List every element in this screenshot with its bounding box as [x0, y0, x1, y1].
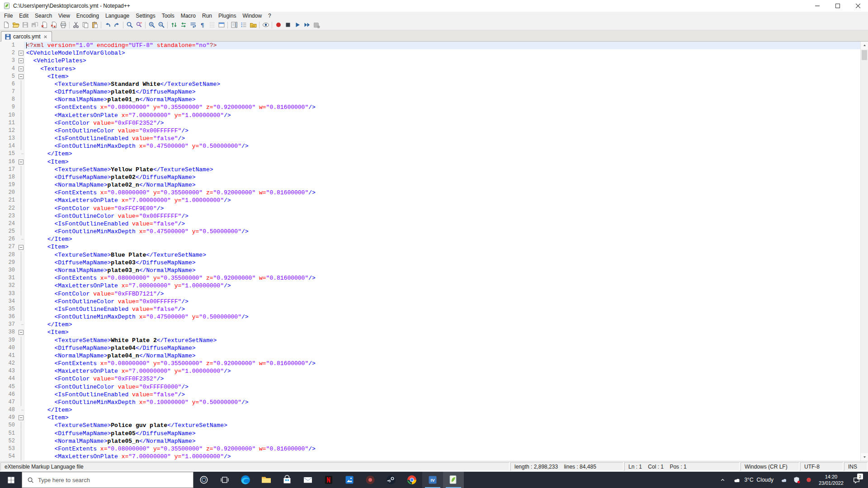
editor-line-3[interactable]: 3 <VehiclePlates>	[0, 57, 860, 65]
editor-line-51[interactable]: 51 <DiffuseMapName>plate05</DiffuseMapNa…	[0, 430, 860, 437]
taskbar-app-steam[interactable]	[381, 472, 401, 488]
editor-line-5[interactable]: 5 <Item>	[0, 73, 860, 80]
editor-line-31[interactable]: 31 <FontExtents x="0.08000000" y="0.3550…	[0, 274, 860, 282]
code-text[interactable]: </Item>	[24, 321, 860, 328]
editor-line-32[interactable]: 32 <MaxLettersOnPlate x="7.00000000" y="…	[0, 282, 860, 290]
print-button[interactable]	[58, 20, 68, 29]
menu-window[interactable]: Window	[239, 12, 265, 20]
editor-line-19[interactable]: 19 <NormalMapName>plate02_n</NormalMapNa…	[0, 181, 860, 189]
editor-line-10[interactable]: 10 <MaxLettersOnPlate x="7.00000000" y="…	[0, 112, 860, 119]
menu-help[interactable]: ?	[265, 12, 274, 20]
status-eol-format[interactable]: Windows (CR LF)	[741, 462, 799, 471]
editor-line-20[interactable]: 20 <FontExtents x="0.08000000" y="0.3550…	[0, 189, 860, 197]
editor-line-41[interactable]: 41 <NormalMapName>plate04_n</NormalMapNa…	[0, 352, 860, 360]
status-encoding[interactable]: UTF-8	[800, 462, 843, 471]
taskbar-app-microsoft-store[interactable]	[277, 472, 297, 488]
indent-guide-button[interactable]	[207, 20, 217, 29]
editor-line-43[interactable]: 43 <MaxLettersOnPlate x="7.00000000" y="…	[0, 367, 860, 375]
redo-button[interactable]	[112, 20, 122, 29]
zoom-out-button[interactable]	[156, 20, 166, 29]
undo-button[interactable]	[103, 20, 112, 29]
status-insert-mode[interactable]: INS	[844, 462, 868, 471]
code-text[interactable]: <FontOutlineMinMaxDepth x="0.47500000" y…	[24, 313, 860, 321]
editor-line-6[interactable]: 6 <TextureSetName>Standard White</Textur…	[0, 80, 860, 88]
menu-search[interactable]: Search	[32, 12, 55, 20]
editor-line-46[interactable]: 46 <IsFontOutlineEnabled value="false"/>	[0, 391, 860, 399]
scroll-up-arrow[interactable]	[861, 42, 868, 49]
macro-run-multiple-button[interactable]	[302, 20, 311, 29]
editor-line-9[interactable]: 9 <FontExtents x="0.08000000" y="0.35500…	[0, 103, 860, 111]
code-text[interactable]: <FontOutlineColor value="0x00FFFFFF"/>	[24, 212, 860, 220]
maximize-button[interactable]	[827, 0, 848, 12]
fold-collapse-button[interactable]	[18, 158, 24, 166]
editor-line-30[interactable]: 30 <NormalMapName>plate03_n</NormalMapNa…	[0, 267, 860, 274]
code-text[interactable]: <FontExtents x="0.08000000" y="0.3550000…	[24, 189, 860, 197]
code-text[interactable]: <FontExtents x="0.08000000" y="0.3550000…	[24, 360, 860, 367]
code-text[interactable]: <MaxLettersOnPlate x="7.00000000" y="1.0…	[24, 453, 860, 460]
tray-app-icon[interactable]	[803, 472, 815, 488]
paste-button[interactable]	[90, 20, 99, 29]
code-text[interactable]: <IsFontOutlineEnabled value="false"/>	[24, 391, 860, 399]
code-text[interactable]: <FontColor value="0xFFCF9E00"/>	[24, 205, 860, 212]
editor-line-26[interactable]: 26 </Item>	[0, 235, 860, 243]
code-text[interactable]: <FontExtents x="0.08000000" y="0.3550000…	[24, 274, 860, 282]
code-text[interactable]: <Item>	[24, 73, 860, 80]
editor-line-25[interactable]: 25 <FontOutlineMinMaxDepth x="0.47500000…	[0, 228, 860, 235]
close-button[interactable]	[848, 0, 868, 12]
code-text[interactable]: <DiffuseMapName>plate01</DiffuseMapName>	[24, 88, 860, 96]
monitoring-button[interactable]	[261, 20, 270, 29]
taskbar-app-file-explorer[interactable]	[256, 472, 277, 488]
code-text[interactable]: <TextureSetName>Yellow Plate</TextureSet…	[24, 166, 860, 174]
editor-line-37[interactable]: 37 </Item>	[0, 321, 860, 328]
editor-line-13[interactable]: 13 <IsFontOutlineEnabled value="false"/>	[0, 135, 860, 142]
code-text[interactable]: <CVehicleModelInfoVarGlobal>	[24, 49, 860, 57]
menu-view[interactable]: View	[55, 12, 73, 20]
menu-settings[interactable]: Settings	[132, 12, 158, 20]
editor-line-12[interactable]: 12 <FontOutlineColor value="0x00FFFFFF"/…	[0, 127, 860, 135]
close-all-button[interactable]	[49, 20, 58, 29]
code-text[interactable]: <MaxLettersOnPlate x="7.00000000" y="1.0…	[24, 367, 860, 375]
editor-line-15[interactable]: 15 </Item>	[0, 150, 860, 158]
taskbar-app-notepad-plus-plus[interactable]	[443, 472, 464, 488]
editor-line-42[interactable]: 42 <FontExtents x="0.08000000" y="0.3550…	[0, 360, 860, 367]
menu-file[interactable]: File	[1, 12, 16, 20]
fold-collapse-button[interactable]	[18, 49, 24, 57]
menu-language[interactable]: Language	[102, 12, 132, 20]
editor-line-52[interactable]: 52 <NormalMapName>plate05_n</NormalMapNa…	[0, 437, 860, 445]
editor-line-49[interactable]: 49 <Item>	[0, 414, 860, 422]
show-all-chars-button[interactable]: ¶	[198, 20, 207, 29]
editor-line-38[interactable]: 38 <Item>	[0, 328, 860, 336]
code-text[interactable]: <TextureSetName>Police guv plate</Textur…	[24, 422, 860, 429]
replace-button[interactable]	[134, 20, 144, 29]
taskbar-app-app-photos[interactable]	[339, 472, 360, 488]
cut-button[interactable]	[71, 20, 80, 29]
macro-save-button[interactable]	[311, 20, 321, 29]
code-text[interactable]: <IsFontOutlineEnabled value="false"/>	[24, 305, 860, 313]
fold-collapse-button[interactable]	[18, 65, 24, 73]
open-folder-button[interactable]	[11, 20, 20, 29]
menu-plugins[interactable]: Plugins	[215, 12, 239, 20]
editor-line-16[interactable]: 16 <Item>	[0, 158, 860, 166]
taskbar-search[interactable]: Type here to search	[22, 472, 193, 488]
fold-collapse-button[interactable]	[18, 328, 24, 336]
editor-line-14[interactable]: 14 <FontOutlineMinMaxDepth x="0.47500000…	[0, 142, 860, 150]
code-text[interactable]: <?xml version="1.0" encoding="UTF-8" sta…	[24, 42, 860, 49]
security-shield-icon[interactable]	[790, 472, 803, 488]
editor-line-7[interactable]: 7 <DiffuseMapName>plate01</DiffuseMapNam…	[0, 88, 860, 96]
code-text[interactable]: <FontOutlineMinMaxDepth x="0.47500000" y…	[24, 142, 860, 150]
editor[interactable]: 1<?xml version="1.0" encoding="UTF-8" st…	[0, 42, 868, 461]
code-text[interactable]: <MaxLettersOnPlate x="7.00000000" y="1.0…	[24, 282, 860, 290]
code-text[interactable]: <MaxLettersOnPlate x="7.00000000" y="1.0…	[24, 112, 860, 119]
code-text[interactable]: <FontOutlineMinMaxDepth x="0.47500000" y…	[24, 228, 860, 235]
code-text[interactable]: <DiffuseMapName>plate04</DiffuseMapName>	[24, 344, 860, 352]
code-text[interactable]: <IsFontOutlineEnabled value="false"/>	[24, 220, 860, 228]
code-text[interactable]: <DiffuseMapName>plate03</DiffuseMapName>	[24, 259, 860, 267]
doc-map-button[interactable]	[229, 20, 239, 29]
taskbar-app-app-dark[interactable]	[360, 472, 381, 488]
fold-collapse-button[interactable]	[18, 243, 24, 251]
code-text[interactable]: <FontColor value="0xFFBD7121"/>	[24, 290, 860, 298]
fold-collapse-button[interactable]	[18, 414, 24, 422]
task-view-button[interactable]	[214, 472, 235, 488]
editor-line-4[interactable]: 4 <Textures>	[0, 65, 860, 73]
editor-line-17[interactable]: 17 <TextureSetName>Yellow Plate</Texture…	[0, 166, 860, 174]
